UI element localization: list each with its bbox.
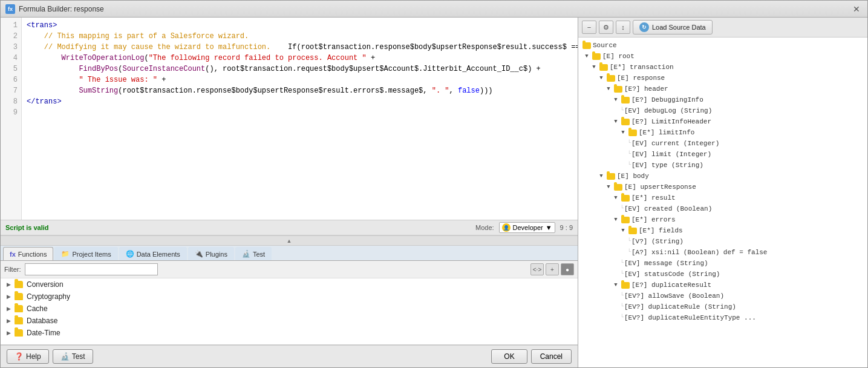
tree-node-transaction[interactable]: ▼ [E*] transaction xyxy=(578,62,867,73)
tree-node-response[interactable]: ▼ [E] response xyxy=(578,73,867,84)
list-item-label: Conversion xyxy=(27,280,64,289)
help-icon: ❓ xyxy=(15,352,24,361)
folder-icon xyxy=(15,281,23,288)
list-item-datetime[interactable]: ▶ Date-Time xyxy=(1,327,578,339)
tree-node-upsertresponse[interactable]: ▼ [E] upsertResponse xyxy=(578,182,867,192)
expander-icon[interactable]: ▼ xyxy=(598,172,605,180)
list-item-database[interactable]: ▶ Database xyxy=(1,315,578,327)
tree-node-statuscode[interactable]: └ [EV] statusCode (String) xyxy=(578,269,867,280)
expand-arrow-icon: ▶ xyxy=(7,318,11,324)
expand-arrow-icon: ▶ xyxy=(7,306,11,312)
tree-node-debuglog[interactable]: └ [EV] debugLog (String) xyxy=(578,105,867,116)
connector-icon: └ xyxy=(620,302,624,312)
load-source-button[interactable]: ↻ Load Source Data xyxy=(633,20,713,34)
expander-icon[interactable]: ▼ xyxy=(583,53,590,60)
expander-icon[interactable]: ▼ xyxy=(619,227,627,234)
expander-icon[interactable]: ▼ xyxy=(612,281,619,289)
help-button[interactable]: ❓ Help xyxy=(7,349,49,364)
line-numbers: 1 2 3 4 5 6 7 8 9 xyxy=(1,18,22,220)
list-item-cache[interactable]: ▶ Cache xyxy=(1,303,578,315)
tree-node-created[interactable]: └ [EV] created (Boolean) xyxy=(578,203,867,214)
tree-node-limit[interactable]: └ [EV] limit (Integer) xyxy=(578,149,867,160)
tree-node-result[interactable]: ▼ [E*] result xyxy=(578,192,867,203)
tree-node-current[interactable]: └ [EV] current (Integer) xyxy=(578,138,867,149)
tree-node-duplicaterule[interactable]: └ [EV?] duplicateRule (String) xyxy=(578,301,867,312)
sort-button[interactable]: ↕ xyxy=(616,21,630,34)
chevron-down-icon: ▼ xyxy=(546,224,552,231)
project-items-tab-icon: 📁 xyxy=(61,250,70,258)
limitinfoheader-folder-icon xyxy=(621,119,630,125)
mode-dropdown[interactable]: 👤 Developer ▼ xyxy=(499,222,555,233)
connector-icon: └ xyxy=(627,160,631,170)
list-item-cryptography[interactable]: ▶ Cryptography xyxy=(1,291,578,303)
body-folder-icon xyxy=(607,173,615,180)
tree-node-limitinfo[interactable]: ▼ [E*] limitInfo xyxy=(578,127,867,138)
tree-label-xsinil: [A?] xsi:nil (Boolean) def = false xyxy=(631,248,767,257)
tree-node-errors[interactable]: ▼ [E*] errors xyxy=(578,214,867,225)
tab-plugins[interactable]: 🔌 Plugins xyxy=(188,247,234,260)
expander-icon[interactable]: ▼ xyxy=(590,64,598,71)
tree-node-source[interactable]: Source xyxy=(578,40,867,51)
tree-node-type[interactable]: └ [EV] type (String) xyxy=(578,160,867,171)
title-bar-left: fx Formula Builder: response xyxy=(5,4,104,14)
code-editor[interactable]: <trans> // This mapping is part of a Sal… xyxy=(22,18,578,220)
tree-label-duplicaterule: [EV?] duplicateRule (String) xyxy=(624,302,736,312)
tab-functions-label: Functions xyxy=(18,251,47,258)
tree-label-upsertresponse: [E] upsertResponse xyxy=(624,182,696,192)
tree-label-duplicateresult: [E?] duplicateResult xyxy=(631,280,711,290)
expander-icon[interactable]: ▼ xyxy=(598,74,605,82)
tree-node-xsinil[interactable]: └ [A?] xsi:nil (Boolean) def = false xyxy=(578,247,867,258)
expander-icon[interactable]: ▼ xyxy=(605,85,612,93)
close-button[interactable]: ✕ xyxy=(850,3,863,15)
tab-project-items-label: Project Items xyxy=(72,251,111,258)
tree-label-header: [E?] header xyxy=(624,84,668,94)
tree-node-duplicateresult[interactable]: ▼ [E?] duplicateResult xyxy=(578,280,867,291)
expander-icon[interactable]: ▼ xyxy=(612,96,619,104)
tree-node-duplicateruleentitytype[interactable]: └ [EV?] duplicateRuleEntityType ... xyxy=(578,312,867,323)
tree-node-message[interactable]: └ [EV] message (String) xyxy=(578,258,867,269)
tab-project-items[interactable]: 📁 Project Items xyxy=(54,247,117,260)
cancel-button[interactable]: Cancel xyxy=(531,349,572,364)
tree-node-header[interactable]: ▼ [E?] header xyxy=(578,84,867,94)
expand-arrow-icon: ▶ xyxy=(7,330,11,336)
settings-tree-button[interactable]: ⚙ xyxy=(599,21,613,34)
tree-node-fields[interactable]: ▼ [E*] fields xyxy=(578,225,867,236)
plugins-tab-icon: 🔌 xyxy=(195,250,203,258)
function-list[interactable]: ▶ Conversion ▶ Cryptography ▶ Cache xyxy=(1,278,578,345)
duplicateresult-folder-icon xyxy=(621,282,630,289)
code-insert-btn[interactable]: <·> xyxy=(530,263,544,275)
expander-icon[interactable]: ▼ xyxy=(612,194,619,202)
expander-icon[interactable]: ▼ xyxy=(619,129,627,136)
tab-data-elements[interactable]: 🌐 Data Elements xyxy=(119,247,187,260)
more-btn[interactable]: ● xyxy=(561,263,574,275)
tree-content[interactable]: Source ▼ [E] root ▼ [E*] transaction xyxy=(578,38,867,367)
test-tab-icon: 🔬 xyxy=(242,250,250,258)
collapse-bar[interactable]: ▲ xyxy=(1,236,578,246)
expander-icon[interactable]: ▼ xyxy=(612,216,619,223)
tab-functions[interactable]: fx Functions xyxy=(3,247,53,260)
data-elements-tab-icon: 🌐 xyxy=(126,250,134,258)
tree-node-root[interactable]: ▼ [E] root xyxy=(578,51,867,62)
response-folder-icon xyxy=(607,75,615,82)
tab-test[interactable]: 🔬 Test xyxy=(235,247,272,260)
test-button[interactable]: 🔬 Test xyxy=(53,349,93,364)
tree-node-body[interactable]: ▼ [E] body xyxy=(578,171,867,182)
status-right: Mode: 👤 Developer ▼ 9 : 9 xyxy=(475,222,573,233)
filter-input[interactable] xyxy=(25,263,158,275)
tree-node-v2[interactable]: └ [V?] (String) xyxy=(578,236,867,247)
add-btn[interactable]: + xyxy=(546,263,559,275)
code-area[interactable]: 1 2 3 4 5 6 7 8 9 <trans> // This mappin… xyxy=(1,18,578,220)
tree-label-errors: [E*] errors xyxy=(631,215,676,225)
tree-node-allowsave[interactable]: └ [EV?] allowSave (Boolean) xyxy=(578,291,867,301)
tab-test-label: Test xyxy=(253,251,265,258)
collapse-all-button[interactable]: − xyxy=(582,21,596,34)
tree-node-debugginginfo[interactable]: ▼ [E?] DebuggingInfo xyxy=(578,94,867,105)
tree-node-limitinfoheader[interactable]: ▼ [E?] LimitInfoHeader xyxy=(578,116,867,127)
expander-icon[interactable]: ▼ xyxy=(605,183,612,191)
errors-folder-icon xyxy=(621,217,630,223)
expander-icon[interactable]: ▼ xyxy=(612,118,619,125)
window-title: Formula Builder: response xyxy=(19,5,104,13)
list-item-conversion[interactable]: ▶ Conversion xyxy=(1,278,578,291)
tree-label-result: [E*] result xyxy=(631,193,676,203)
ok-button[interactable]: OK xyxy=(491,349,527,364)
